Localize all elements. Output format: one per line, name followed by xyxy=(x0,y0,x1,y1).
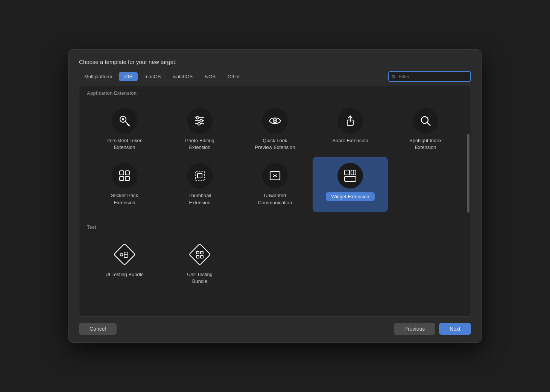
widget-icon xyxy=(343,169,357,183)
item-persistent-token[interactable]: Persistent TokenExtension xyxy=(87,102,162,157)
svg-rect-28 xyxy=(345,176,356,181)
template-dialog: Choose a template for your new target: M… xyxy=(68,49,482,343)
item-spotlight[interactable]: Spotlight IndexExtension xyxy=(388,102,463,157)
share-label: Share Extension xyxy=(332,137,368,144)
svg-rect-26 xyxy=(345,170,349,175)
item-photo-editing[interactable]: Photo EditingExtension xyxy=(162,102,237,157)
thumbnail-icon xyxy=(193,169,207,182)
svg-point-10 xyxy=(198,123,201,125)
unwanted-comm-icon-wrap xyxy=(262,163,288,188)
unit-testing-label: Unit TestingBundle xyxy=(187,271,213,285)
photo-editing-icon-wrap xyxy=(187,108,213,134)
content-area: Application Extension Persistent TokenEx… xyxy=(79,86,471,317)
svg-point-15 xyxy=(421,117,428,123)
section-header-app-extension: Application Extension xyxy=(79,86,471,99)
svg-point-9 xyxy=(200,120,203,122)
dialog-title: Choose a template for your new target: xyxy=(79,59,471,65)
persistent-token-label: Persistent TokenExtension xyxy=(106,137,143,151)
svg-rect-19 xyxy=(120,176,124,181)
item-unit-testing[interactable]: Unit TestingBundle xyxy=(162,236,237,291)
quick-look-label: Quick LookPreview Extension xyxy=(255,137,295,151)
footer-left: Cancel xyxy=(79,323,394,335)
spotlight-label: Spotlight IndexExtension xyxy=(409,137,442,151)
tab-macos[interactable]: macOS xyxy=(139,72,166,81)
item-sticker-pack[interactable]: Sticker PackExtension xyxy=(87,157,162,212)
share-icon xyxy=(343,114,357,128)
sticker-pack-label: Sticker PackExtension xyxy=(111,192,138,206)
test-grid: UI Testing Bundle Unit TestingBundle xyxy=(79,233,471,298)
svg-point-8 xyxy=(196,117,199,119)
svg-rect-22 xyxy=(198,173,202,178)
ui-testing-label: UI Testing Bundle xyxy=(105,271,144,278)
search-icon xyxy=(419,114,432,128)
quick-look-icon-wrap xyxy=(262,108,288,134)
tab-ios[interactable]: iOS xyxy=(119,72,138,81)
grid-icon xyxy=(118,169,131,182)
diamond-ui-icon xyxy=(112,242,137,267)
cancel-button[interactable]: Cancel xyxy=(79,323,117,335)
scrollbar-thumb[interactable] xyxy=(467,134,469,213)
svg-line-16 xyxy=(427,123,430,126)
thumbnail-label: ThumbnailExtension xyxy=(188,192,211,206)
svg-rect-20 xyxy=(125,176,129,181)
svg-rect-17 xyxy=(120,171,124,175)
item-share[interactable]: Share Extension xyxy=(313,102,388,157)
unit-testing-icon-wrap xyxy=(187,242,213,267)
svg-rect-21 xyxy=(195,171,204,180)
diamond-unit-icon xyxy=(187,242,212,267)
item-unwanted-comm[interactable]: UnwantedCommunication xyxy=(237,157,313,212)
footer-right: Previous Next xyxy=(394,323,471,335)
item-ui-testing[interactable]: UI Testing Bundle xyxy=(87,236,162,291)
spotlight-icon-wrap xyxy=(413,108,438,134)
share-icon-wrap xyxy=(337,108,363,134)
filter-input[interactable] xyxy=(388,71,471,82)
svg-point-1 xyxy=(122,118,124,120)
next-button[interactable]: Next xyxy=(439,323,471,335)
item-thumbnail[interactable]: ThumbnailExtension xyxy=(162,157,237,212)
tab-other[interactable]: Other xyxy=(222,72,245,81)
svg-rect-18 xyxy=(125,171,129,175)
sliders-icon xyxy=(193,114,207,128)
sticker-pack-icon-wrap xyxy=(112,163,137,188)
photo-editing-label: Photo EditingExtension xyxy=(185,137,214,151)
ui-testing-icon-wrap xyxy=(112,242,137,267)
item-quick-look[interactable]: Quick LookPreview Extension xyxy=(237,102,313,157)
svg-rect-34 xyxy=(189,244,211,265)
persistent-token-icon-wrap xyxy=(112,108,137,134)
eye-icon xyxy=(268,114,282,128)
thumbnail-icon-wrap xyxy=(187,163,213,188)
tab-watchos[interactable]: watchOS xyxy=(167,72,198,81)
footer: Cancel Previous Next xyxy=(79,323,471,335)
key-icon xyxy=(118,114,131,128)
tab-bar: Multiplatform iOS macOS watchOS tvOS Oth… xyxy=(79,71,471,82)
app-extension-grid: Persistent TokenExtension Photo EditingE… xyxy=(79,99,471,220)
widget-label-selected: Widget Extension xyxy=(326,192,374,201)
previous-button[interactable]: Previous xyxy=(394,323,435,335)
tab-tvos[interactable]: tvOS xyxy=(199,72,221,81)
filter-wrap: ⊜ xyxy=(388,71,471,82)
tab-bar-left: Multiplatform iOS macOS watchOS tvOS Oth… xyxy=(79,72,388,81)
svg-point-12 xyxy=(274,120,276,122)
scrollbar-track[interactable] xyxy=(467,89,469,313)
tab-multiplatform[interactable]: Multiplatform xyxy=(79,72,117,81)
unwanted-comm-label: UnwantedCommunication xyxy=(258,192,292,206)
section-header-test: Test xyxy=(79,220,471,233)
item-widget[interactable]: Widget Extension xyxy=(313,157,388,212)
xcircle-icon xyxy=(268,169,282,182)
widget-icon-wrap xyxy=(337,163,363,188)
